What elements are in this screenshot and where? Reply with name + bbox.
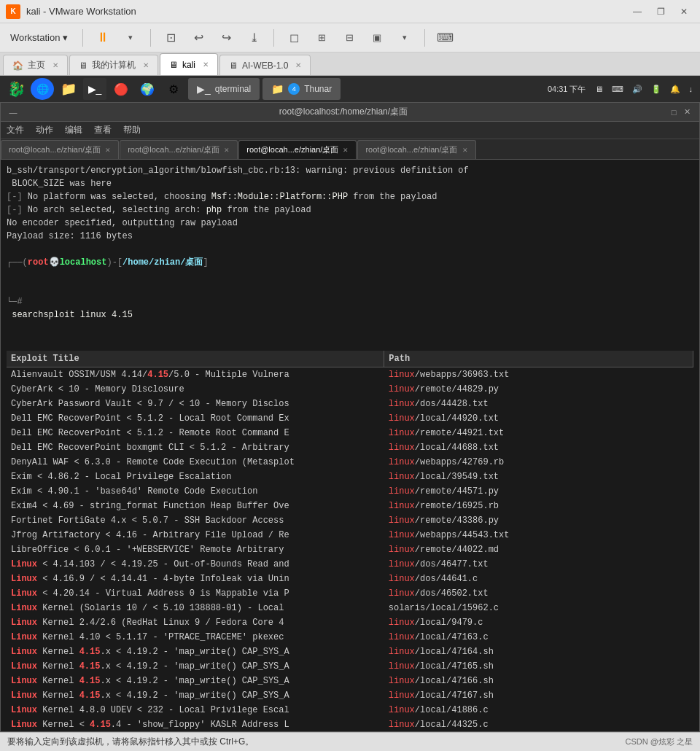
sys-tray: 04:31 下午 🖥 ⌨ 🔊 🔋 🔔 ↓ (545, 82, 696, 96)
table-row: Linux Kernel 4.10 < 5.1.17 - 'PTRACE_TRA… (7, 630, 693, 645)
term-tab-3[interactable]: root@locah...e/zhian/桌面 ✕ (238, 140, 357, 159)
view-button-1[interactable]: ◻ (283, 28, 305, 48)
terminal-title: root@localhost:/home/zhian/桌面 (20, 106, 667, 118)
notification-icon[interactable]: 🔔 (667, 83, 683, 96)
arrow-icon[interactable]: ↓ (686, 83, 696, 95)
revert-button[interactable]: ↩ (187, 28, 209, 48)
toolbar-separator-3 (273, 29, 274, 47)
exploit-title-cell: Jfrog Artifactory < 4.16 - Arbitrary Fil… (7, 528, 384, 542)
term-tab-3-close[interactable]: ✕ (343, 147, 349, 154)
term-tab-4-close[interactable]: ✕ (462, 147, 468, 154)
keyboard-tray-icon[interactable]: ⌨ (609, 83, 626, 96)
col-path: Path (384, 351, 693, 367)
thunar-task[interactable]: 📁 4 Thunar (262, 78, 341, 100)
browser-icon[interactable]: 🌐 (31, 78, 54, 100)
toolbar-separator-2 (150, 29, 151, 47)
forward-button[interactable]: ↪ (215, 28, 237, 48)
exploit-title-cell: Dell EMC RecoverPoint < 5.1.2 - Local Ro… (7, 411, 384, 426)
term-tab-1-label: root@locah...e/zhian/桌面 (9, 144, 101, 155)
volume-icon[interactable]: 🔊 (629, 83, 645, 96)
term-tab-2-close[interactable]: ✕ (224, 147, 230, 154)
table-row: CyberArk Password Vault < 9.7 / < 10 - M… (7, 397, 693, 411)
close-button[interactable]: ✕ (674, 4, 694, 20)
terminal-minimize[interactable]: — (7, 106, 20, 119)
status-tray: CSDN @炫彩 之星 (626, 736, 693, 747)
terminal-close[interactable]: ✕ (680, 106, 693, 119)
minimize-button[interactable]: — (627, 4, 648, 20)
exploit-path-cell: linux/local/47167.sh (384, 688, 693, 703)
vm-tab-kali[interactable]: 🖥 kali ✕ (160, 53, 218, 75)
toolbar-separator-4 (424, 29, 425, 47)
view-dropdown[interactable]: ▾ (394, 28, 416, 48)
output-line-5: No encoder specified, outputting raw pay… (7, 217, 693, 230)
menu-help[interactable]: 帮助 (123, 124, 141, 136)
view-button-3[interactable]: ⊟ (338, 28, 360, 48)
thunar-icon: 📁 (271, 83, 284, 95)
workstation-menu[interactable]: Workstation ▾ (4, 29, 74, 46)
exploit-title-cell: Linux < 4.20.14 - Virtual Address 0 is M… (7, 586, 384, 601)
home-icon: 🏠 (12, 61, 23, 71)
terminal-icon-task[interactable]: ▶_ (83, 78, 106, 100)
vm-tab-aiweb[interactable]: 🖥 AI-WEB-1.0 ✕ (219, 55, 311, 75)
red-icon[interactable]: 🔴 (109, 78, 133, 100)
exploit-path-cell: linux/local/9479.c (384, 615, 693, 630)
vm-tab-mycomputer[interactable]: 🖥 我的计算机 ✕ (69, 55, 158, 75)
view-button-2[interactable]: ⊞ (311, 28, 332, 48)
thunar-label: Thunar (304, 84, 332, 94)
menu-edit[interactable]: 编辑 (65, 124, 82, 136)
globe-icon[interactable]: 🌍 (136, 78, 159, 100)
vm-tab-kali-close[interactable]: ✕ (203, 61, 209, 69)
terminal-content[interactable]: b_ssh/transport/encryption_algorithm/blo… (1, 160, 699, 731)
table-row: Linux Kernel 4.15.x < 4.19.2 - 'map_writ… (7, 659, 693, 674)
terminal-maximize[interactable]: □ (667, 106, 680, 119)
exploit-title-cell: Linux Kernel (Solaris 10 / < 5.10 138888… (7, 601, 384, 615)
qterminal-task[interactable]: ▶_ qterminal (188, 78, 260, 100)
settings-icon[interactable]: ⚙ (162, 78, 185, 100)
pause-dropdown[interactable]: ▾ (120, 28, 141, 48)
kali-dragon-icon[interactable]: 🐉 (4, 78, 28, 100)
term-tab-1[interactable]: root@locah...e/zhian/桌面 ✕ (1, 140, 119, 159)
qterminal-label: qterminal (215, 84, 251, 94)
pause-button[interactable]: ⏸ (92, 28, 114, 48)
term-tab-3-label: root@locah...e/zhian/桌面 (246, 144, 338, 155)
app-icon: K (6, 4, 20, 19)
term-tab-4[interactable]: root@locah...e/zhian/桌面 ✕ (357, 140, 475, 159)
exploit-title-cell: Linux < 4.14.103 / < 4.19.25 - Out-of-Bo… (7, 557, 384, 572)
monitor-tray-icon[interactable]: 🖥 (592, 83, 606, 95)
table-row: LibreOffice < 6.0.1 - '+WEBSERVICE' Remo… (7, 542, 693, 557)
menu-action[interactable]: 动作 (36, 124, 53, 136)
table-row: Linux < 4.20.14 - Virtual Address 0 is M… (7, 586, 693, 601)
exploit-title-cell: Linux Kernel 4.15.x < 4.19.2 - 'map_writ… (7, 659, 384, 674)
vm-tab-home[interactable]: 🏠 主页 ✕ (3, 55, 68, 75)
battery-icon[interactable]: 🔋 (648, 83, 664, 96)
download-button[interactable]: ⤓ (243, 28, 265, 48)
snapshot-button[interactable]: ⊡ (160, 28, 182, 48)
exploit-path-cell: linux/local/47166.sh (384, 674, 693, 688)
col-exploit-title: Exploit Title (7, 351, 384, 367)
vm-tab-home-close[interactable]: ✕ (52, 61, 58, 69)
view-button-4[interactable]: ▣ (366, 28, 388, 48)
vm-tab-mycomputer-close[interactable]: ✕ (143, 61, 149, 69)
term-tab-1-close[interactable]: ✕ (105, 147, 111, 154)
exploit-title-cell: Linux Kernel 4.15.x < 4.19.2 - 'map_writ… (7, 645, 384, 659)
menu-file[interactable]: 文件 (7, 124, 24, 136)
files-icon[interactable]: 📁 (57, 78, 80, 100)
keyboard-button[interactable]: ⌨ (434, 28, 456, 48)
table-row: Linux Kernel < 4.15.4 - 'show_floppy' KA… (7, 717, 693, 731)
exploit-path-cell: linux/dos/46502.txt (384, 586, 693, 601)
table-row: Linux Kernel 4.15.x < 4.19.2 - 'map_writ… (7, 645, 693, 659)
exploit-path-cell: linux/webapps/44543.txt (384, 528, 693, 542)
vm-tab-aiweb-close[interactable]: ✕ (295, 61, 301, 69)
exploit-title-cell: Linux Kernel 4.10 < 5.1.17 - 'PTRACE_TRA… (7, 630, 384, 645)
term-tab-2-label: root@locah...e/zhian/桌面 (128, 144, 219, 155)
term-tab-2[interactable]: root@locah...e/zhian/桌面 ✕ (120, 140, 238, 159)
table-row: Linux Kernel 2.4/2.6 (RedHat Linux 9 / F… (7, 615, 693, 630)
menu-view[interactable]: 查看 (94, 124, 112, 136)
exploit-title-cell: DenyAll WAF < 6.3.0 - Remote Code Execut… (7, 455, 384, 470)
exploit-path-cell: linux/remote/44571.py (384, 484, 693, 499)
exploit-path-cell: linux/dos/46477.txt (384, 557, 693, 572)
exploit-path-cell: linux/dos/44641.c (384, 572, 693, 586)
exploit-title-cell: LibreOffice < 6.0.1 - '+WEBSERVICE' Remo… (7, 542, 384, 557)
maximize-button[interactable]: ❐ (650, 4, 671, 20)
dropdown-icon: ▾ (63, 32, 68, 43)
